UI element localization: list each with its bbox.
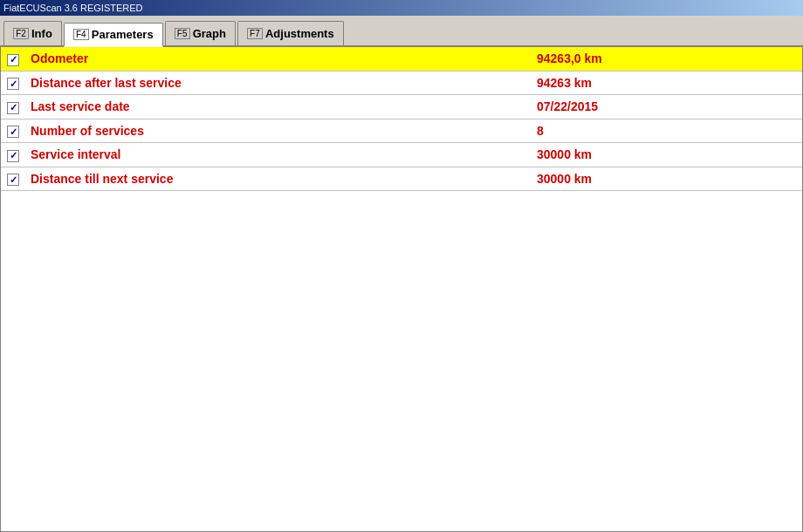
table-row: ✓Distance till next service30000 km [1, 167, 802, 191]
checkbox-cell: ✓ [1, 119, 25, 143]
checkbox-cell: ✓ [1, 95, 25, 119]
checkbox[interactable]: ✓ [7, 150, 19, 162]
tab-adjustments-label: Adjustments [265, 27, 334, 40]
checkbox[interactable]: ✓ [7, 174, 19, 186]
data-table: ✓Odometer94263,0 km✓Distance after last … [1, 47, 802, 191]
tab-info[interactable]: F2 Info [3, 21, 62, 45]
checkbox-cell: ✓ [1, 167, 25, 191]
table-row: ✓Distance after last service94263 km [1, 71, 802, 95]
row-value: 07/22/2015 [532, 95, 802, 119]
tab-adjustments[interactable]: F7 Adjustments [237, 21, 344, 45]
table-row: ✓Odometer94263,0 km [1, 47, 802, 71]
checkbox-cell: ✓ [1, 143, 25, 167]
title-text: FiatECUScan 3.6 REGISTERED [3, 3, 143, 13]
title-bar: FiatECUScan 3.6 REGISTERED [0, 0, 803, 16]
row-label: Distance till next service [25, 167, 532, 191]
checkbox[interactable]: ✓ [7, 78, 19, 90]
checkbox[interactable]: ✓ [7, 126, 19, 138]
tab-parameters-key: F4 [73, 29, 89, 40]
tab-bar: F2 Info F4 Parameters F5 Graph F7 Adjust… [0, 16, 803, 47]
checkbox-cell: ✓ [1, 71, 25, 95]
tab-graph-label: Graph [193, 27, 226, 40]
checkbox-cell: ✓ [1, 47, 25, 71]
row-label: Last service date [25, 95, 532, 119]
row-value: 94263 km [532, 71, 802, 95]
row-label: Distance after last service [25, 71, 532, 95]
row-label: Number of services [25, 119, 532, 143]
row-value: 94263,0 km [532, 47, 802, 71]
tab-info-key: F2 [13, 28, 29, 39]
tab-parameters-label: Parameters [92, 28, 154, 41]
tab-info-label: Info [31, 27, 52, 40]
tab-graph[interactable]: F5 Graph [165, 21, 236, 45]
tab-adjustments-key: F7 [247, 28, 263, 39]
tab-parameters[interactable]: F4 Parameters [64, 23, 163, 47]
table-row: ✓Service interval30000 km [1, 143, 802, 167]
row-value: 8 [532, 119, 802, 143]
checkbox[interactable]: ✓ [7, 54, 19, 66]
table-row: ✓Number of services8 [1, 119, 802, 143]
row-label: Odometer [25, 47, 532, 71]
row-label: Service interval [25, 143, 532, 167]
main-content: ✓Odometer94263,0 km✓Distance after last … [0, 47, 803, 532]
row-value: 30000 km [532, 143, 802, 167]
empty-area [1, 191, 802, 496]
row-value: 30000 km [532, 167, 802, 191]
checkbox[interactable]: ✓ [7, 102, 19, 114]
table-row: ✓Last service date07/22/2015 [1, 95, 802, 119]
tab-graph-key: F5 [175, 28, 190, 39]
